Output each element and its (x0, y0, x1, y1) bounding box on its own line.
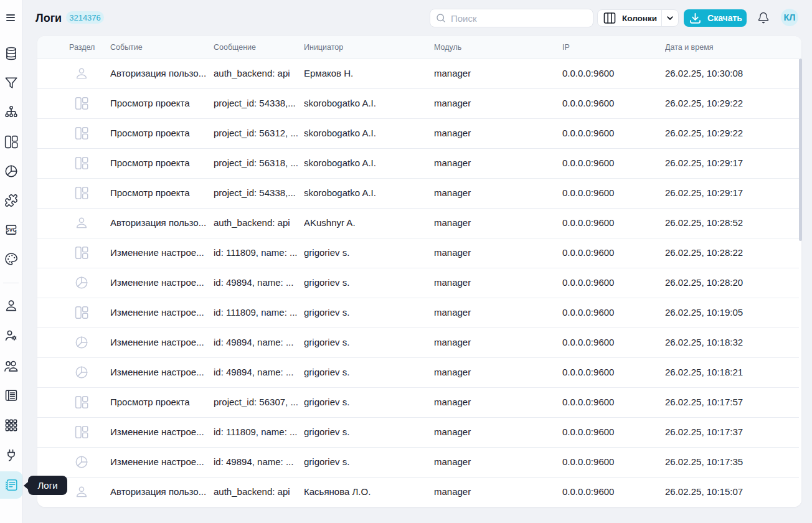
svg-text:SVG: SVG (6, 227, 16, 233)
